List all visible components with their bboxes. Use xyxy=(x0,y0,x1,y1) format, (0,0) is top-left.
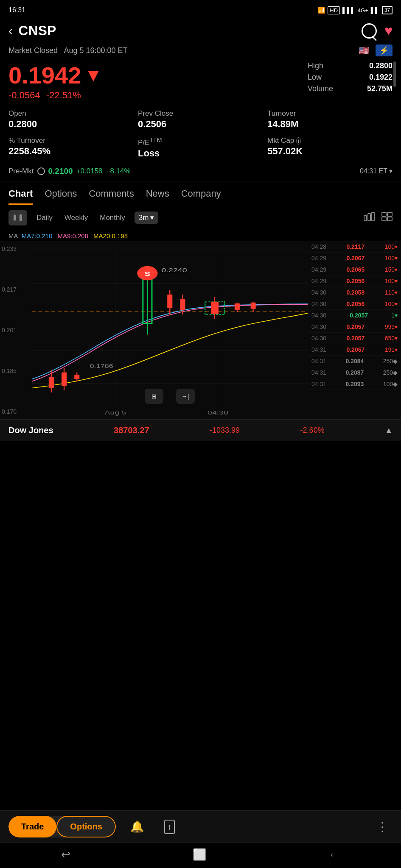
header: ‹ CNSP ♥ xyxy=(0,19,401,43)
nav-home-icon[interactable]: ⬜ xyxy=(193,848,206,861)
pe-value: Loss xyxy=(138,148,263,159)
stats-grid: Open 0.2800 Prev Close 0.2506 Turnover 1… xyxy=(0,105,401,163)
y-label-0: 0.233 xyxy=(2,245,17,252)
market-info-row: Market Closed Aug 5 16:00:00 ET 🇺🇸 ⚡ xyxy=(0,43,401,60)
signal-icon: ▌▌▌ xyxy=(342,7,355,14)
pct-turnover-label: % Turnover xyxy=(8,136,134,145)
market-datetime: Aug 5 16:00:00 ET xyxy=(64,46,128,55)
dow-jones-expand-button[interactable]: ▲ xyxy=(385,426,393,435)
timeframe-3m-dropdown[interactable]: 3m ▾ xyxy=(135,211,159,224)
ma-row: MA MA7:0.210 MA9:0.208 MA20:0.198 xyxy=(0,231,401,241)
options-button[interactable]: Options xyxy=(56,816,116,837)
premarket-left: Pre-Mkt i 0.2100 +0.0158 +8.14% xyxy=(8,167,131,176)
back-button[interactable]: ‹ xyxy=(8,24,12,38)
prev-close-value: 0.2506 xyxy=(138,119,263,130)
timeframe-weekly[interactable]: Weekly xyxy=(62,212,90,224)
trade-row: 04:30 0.2058 110▾ xyxy=(308,287,401,298)
trade-row: 04:30 0.2057 1▾ xyxy=(308,310,401,321)
low-value: 0.1922 xyxy=(369,73,393,82)
premarket-price: 0.2100 xyxy=(48,167,73,176)
market-status: Market Closed xyxy=(8,46,58,55)
turnover-value: 14.89M xyxy=(267,119,393,130)
trade-time: 04:28 xyxy=(311,243,326,250)
search-icon xyxy=(362,23,377,39)
high-row: High 0.2800 xyxy=(308,61,393,70)
svg-rect-24 xyxy=(74,375,79,379)
chart-compare-button[interactable] xyxy=(364,212,375,224)
trade-button[interactable]: Trade xyxy=(8,816,56,837)
tab-chart[interactable]: Chart xyxy=(8,188,33,205)
main-price-display: 0.1942 ▼ xyxy=(8,61,299,89)
svg-text:Aug 5: Aug 5 xyxy=(104,409,126,416)
svg-rect-31 xyxy=(167,295,172,308)
low-row: Low 0.1922 xyxy=(308,73,393,82)
current-price: 0.1942 xyxy=(8,61,81,89)
price-change-pct: -22.51% xyxy=(46,90,81,100)
ma9-label: MA9:0.208 xyxy=(57,232,88,239)
premarket-row: Pre-Mkt i 0.2100 +0.0158 +8.14% 04:31 ET… xyxy=(0,163,401,181)
trade-row: 04:31 0.2093 100◆ xyxy=(308,378,401,390)
y-label-3: 0.185 xyxy=(2,367,17,374)
svg-rect-6 xyxy=(372,212,374,221)
tab-news[interactable]: News xyxy=(146,188,169,205)
open-value: 0.2800 xyxy=(8,119,134,130)
share-button[interactable]: ↑ xyxy=(158,818,181,836)
stat-prev-close: Prev Close 0.2506 xyxy=(138,109,263,130)
nav-forward-icon[interactable]: ← xyxy=(329,848,340,861)
premarket-label: Pre-Mkt xyxy=(8,167,34,175)
trade-list: 04:28 0.2117 100▾ 04:29 0.2067 100▾ 04:2… xyxy=(308,241,401,419)
premarket-info-icon[interactable]: i xyxy=(37,167,45,175)
svg-rect-1 xyxy=(20,214,22,221)
premarket-change: +0.0158 xyxy=(76,167,103,175)
nav-bar: ↩ ⬜ ← xyxy=(0,843,401,868)
svg-text:04:30: 04:30 xyxy=(208,409,228,416)
tabs-section: Chart Options Comments News Company xyxy=(0,181,401,205)
dow-jones-pct: -2.60% xyxy=(300,426,325,435)
high-label: High xyxy=(308,61,323,70)
tab-comments[interactable]: Comments xyxy=(89,188,134,205)
more-button[interactable]: ⋮ xyxy=(372,818,393,835)
svg-rect-36 xyxy=(211,301,219,314)
stat-turnover: Turnover 14.89M xyxy=(267,109,393,130)
svg-text:0.2240: 0.2240 xyxy=(162,267,187,273)
hd-badge: HD xyxy=(328,6,340,14)
battery-icon: 37 xyxy=(382,6,393,14)
chart-next-button[interactable]: →| xyxy=(176,389,195,404)
volume-row: Volume 52.75M xyxy=(308,84,393,93)
nav-back-icon[interactable]: ↩ xyxy=(61,848,70,861)
timeframe-monthly[interactable]: Monthly xyxy=(97,212,128,224)
bottom-action-bar: Trade Options 🔔 ↑ ⋮ xyxy=(0,810,401,843)
svg-rect-40 xyxy=(251,303,256,309)
chart-toggle-button[interactable] xyxy=(8,210,27,225)
alert-button[interactable]: 🔔 xyxy=(124,818,150,835)
header-left: ‹ CNSP xyxy=(8,23,56,39)
chart-controls: Daily Weekly Monthly 3m ▾ xyxy=(0,205,401,231)
ma7-label: MA7:0.210 xyxy=(22,232,53,239)
mkt-cap-value: 557.02K xyxy=(267,146,393,157)
favorite-button[interactable]: ♥ xyxy=(384,23,393,39)
timeframe-3m-label: 3m xyxy=(139,214,149,222)
y-label-1: 0.217 xyxy=(2,286,17,293)
tab-company[interactable]: Company xyxy=(181,188,221,205)
wifi-icon: 📶 xyxy=(318,7,325,14)
stat-mkt-cap: Mkt Cap i 557.02K xyxy=(267,136,393,159)
status-bar: 16:31 📶 HD ▌▌▌ 4G+ ▌▌ 37 xyxy=(0,0,401,19)
chart-expand-button[interactable]: ⊞ xyxy=(145,389,163,404)
low-label: Low xyxy=(308,73,322,82)
premarket-chevron[interactable]: ▾ xyxy=(389,167,393,175)
svg-rect-20 xyxy=(49,377,54,388)
search-button[interactable] xyxy=(362,23,377,39)
price-down-arrow: ▼ xyxy=(84,65,102,86)
chart-canvas[interactable]: 0.233 0.217 0.201 0.185 0.170 xyxy=(0,241,308,419)
dow-jones-price: 38703.27 xyxy=(114,426,149,435)
pe-label: P/ETTM xyxy=(138,136,263,147)
trade-row: 04:29 0.2065 150▾ xyxy=(308,264,401,275)
svg-rect-10 xyxy=(387,217,392,221)
timeframe-daily[interactable]: Daily xyxy=(34,212,55,224)
pct-turnover-value: 2258.45% xyxy=(8,146,134,157)
market-status-group: Market Closed Aug 5 16:00:00 ET xyxy=(8,46,128,55)
premarket-time: 04:31 ET xyxy=(360,167,387,175)
svg-text:0.1786: 0.1786 xyxy=(90,363,113,369)
chart-grid-button[interactable] xyxy=(381,212,393,224)
tab-options[interactable]: Options xyxy=(45,188,77,205)
